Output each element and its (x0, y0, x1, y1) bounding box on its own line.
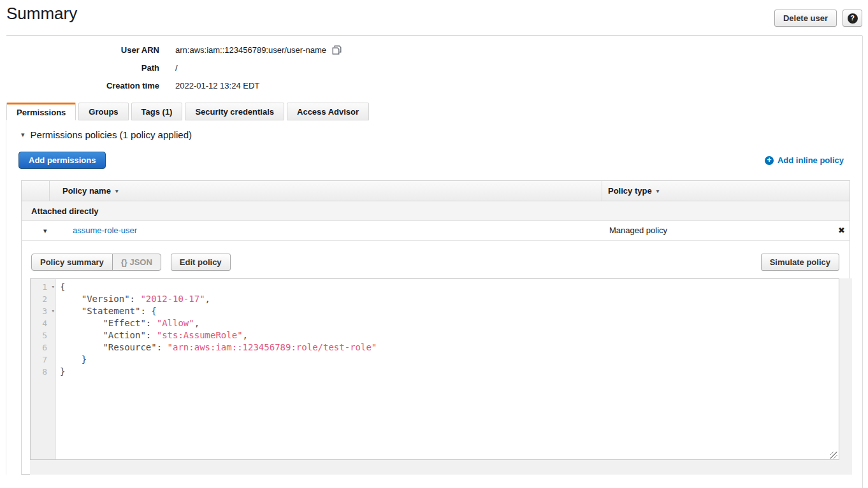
meta-row-path: Path / (0, 59, 342, 76)
code-line: { (60, 281, 839, 293)
help-icon: ? (848, 13, 858, 24)
plus-icon: + (765, 156, 774, 165)
header-actions: Delete user ? (774, 10, 862, 27)
policy-detail-panel: Policy summary {} JSON Edit policy Simul… (21, 241, 850, 475)
line-number: 5 (31, 329, 55, 341)
creation-time-label: Creation time (0, 81, 159, 90)
line-number: 2 (31, 293, 55, 305)
user-arn-value: arn:aws:iam::123456789:user/user-name (175, 45, 326, 55)
row-expand-icon[interactable]: ▾ (43, 227, 47, 235)
permissions-policies-section-toggle[interactable]: ▾ Permissions policies (1 policy applied… (21, 129, 192, 140)
tab-tags[interactable]: Tags (1) (131, 103, 183, 120)
code-line: "Resource": "arn:aws:iam::123456789:role… (60, 341, 839, 354)
policy-detail-toolbar: Policy summary {} JSON Edit policy Simul… (31, 254, 839, 271)
tab-access-advisor[interactable]: Access Advisor (287, 103, 369, 120)
group-row-attached-directly: Attached directly (21, 201, 850, 221)
fold-icon[interactable]: ▾ (52, 305, 55, 317)
path-label: Path (0, 63, 159, 73)
content-right-border (862, 36, 863, 488)
header-divider (6, 35, 862, 36)
add-inline-policy-label: Add inline policy (778, 155, 844, 165)
help-button[interactable]: ? (843, 10, 862, 27)
actions-column-header (831, 181, 850, 201)
policy-type-header-label: Policy type (608, 186, 652, 196)
tab-bar: Permissions Groups Tags (1) Security cre… (6, 103, 369, 120)
policy-name-link[interactable]: assume-role-user (73, 226, 137, 235)
line-number: 8 (31, 366, 55, 378)
code-line: "Statement": { (60, 305, 839, 317)
code-line: "Action": "sts:AssumeRole", (60, 329, 839, 341)
policy-summary-button[interactable]: Policy summary (31, 254, 113, 271)
meta-row-creation-time: Creation time 2022-01-12 13:24 EDT (0, 76, 342, 94)
line-number: 6 (31, 341, 55, 354)
json-editor[interactable]: 1▾ 2 3▾ 4 5 6 7 8 { "Version": "2012-10-… (30, 278, 839, 460)
tab-security-credentials[interactable]: Security credentials (185, 103, 284, 120)
code-line: } (60, 366, 839, 378)
user-arn-label: User ARN (0, 45, 159, 55)
add-inline-policy-link[interactable]: + Add inline policy (765, 155, 844, 165)
page-title: Summary (6, 4, 77, 24)
policy-name-column-header[interactable]: Policy name ▾ (50, 181, 602, 201)
delete-user-button[interactable]: Delete user (774, 10, 837, 27)
tab-panel-left-border (6, 120, 6, 475)
edit-policy-button[interactable]: Edit policy (171, 254, 231, 271)
tab-permissions[interactable]: Permissions (6, 103, 76, 120)
copy-icon[interactable] (332, 45, 342, 55)
editor-resize-handle[interactable] (830, 452, 837, 459)
line-number: 7 (31, 354, 55, 366)
table-row: ▾ assume-role-user Managed policy ✖ (21, 221, 850, 241)
editor-code-area[interactable]: { "Version": "2012-10-17", "Statement": … (56, 279, 839, 459)
meta-row-user-arn: User ARN arn:aws:iam::123456789:user/use… (0, 41, 342, 59)
collapse-arrow-icon: ▾ (21, 131, 25, 139)
code-line: "Effect": "Allow", (60, 317, 839, 329)
policy-type-value: Managed policy (609, 226, 667, 235)
tab-groups[interactable]: Groups (78, 103, 128, 120)
code-line: "Version": "2012-10-17", (60, 293, 839, 305)
creation-time-value: 2022-01-12 13:24 EDT (175, 81, 259, 90)
path-value: / (175, 63, 178, 73)
user-summary-meta: User ARN arn:aws:iam::123456789:user/use… (0, 41, 342, 94)
line-number: 4 (31, 317, 55, 329)
json-editor-frame: 1▾ 2 3▾ 4 5 6 7 8 { "Version": "2012-10-… (30, 278, 852, 475)
line-number: 1▾ (31, 281, 55, 293)
line-number: 3▾ (31, 305, 55, 317)
group-row-label: Attached directly (31, 206, 98, 216)
json-button[interactable]: {} JSON (112, 254, 161, 271)
sort-icon: ▾ (656, 188, 660, 194)
policy-type-column-header[interactable]: Policy type ▾ (602, 181, 831, 201)
add-permissions-button[interactable]: Add permissions (18, 152, 106, 169)
policy-name-header-label: Policy name (62, 186, 111, 196)
policies-table: Policy name ▾ Policy type ▾ Attached dir… (21, 180, 850, 475)
code-line: } (60, 354, 839, 366)
remove-policy-icon[interactable]: ✖ (838, 226, 845, 235)
simulate-policy-button[interactable]: Simulate policy (761, 254, 839, 271)
expand-column-header (22, 181, 50, 201)
fold-icon[interactable]: ▾ (52, 281, 55, 293)
table-header: Policy name ▾ Policy type ▾ (21, 180, 850, 201)
editor-line-number-gutter: 1▾ 2 3▾ 4 5 6 7 8 (31, 279, 56, 459)
sort-icon: ▾ (115, 188, 119, 194)
section-title: Permissions policies (1 policy applied) (31, 129, 192, 140)
